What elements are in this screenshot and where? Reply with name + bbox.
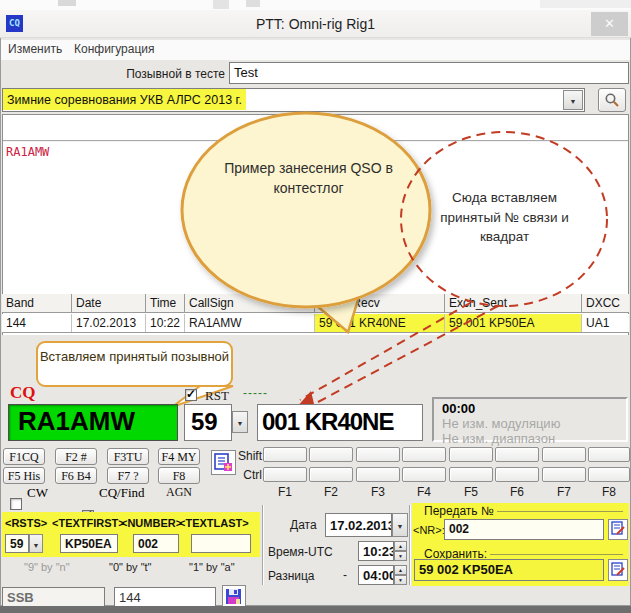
- nine-by-n-label: "9" by "n": [24, 561, 70, 573]
- ctrl-f4-button[interactable]: [402, 467, 446, 482]
- group-line: [490, 554, 623, 555]
- shift-f8-button[interactable]: [588, 447, 630, 462]
- cw-checkbox[interactable]: [10, 498, 22, 510]
- diff-input[interactable]: 04:00: [358, 565, 394, 585]
- cell-exch-recv: 59 001 KR40NE: [315, 314, 445, 332]
- cell-time: 10:22: [146, 314, 185, 332]
- nr-label: <NR>:: [413, 524, 445, 536]
- menu-item-config[interactable]: Конфигурация: [74, 42, 155, 56]
- ctrl-f7-button[interactable]: [542, 467, 586, 482]
- fn-label: F2: [309, 485, 353, 499]
- ctrl-f3-button[interactable]: [356, 467, 400, 482]
- shift-f7-button[interactable]: [542, 447, 586, 462]
- ctrl-label: Ctrl: [228, 468, 262, 482]
- f1cq-button[interactable]: F1CQ: [3, 448, 45, 465]
- date-input[interactable]: 17.02.2013: [325, 513, 392, 537]
- diff-spinner[interactable]: ▲▼: [394, 565, 407, 585]
- shift-f3-button[interactable]: [356, 447, 400, 462]
- log-table-header: Band Date Time CallSign Exch_Recv Exch_S…: [2, 294, 629, 313]
- f8agn-button[interactable]: F8 AGN: [158, 467, 200, 484]
- date-label: Дата: [290, 518, 317, 532]
- column-header[interactable]: Exch_Sent: [445, 294, 582, 313]
- f3tu-button[interactable]: F3TU: [107, 448, 149, 465]
- ctrl-f1-button[interactable]: [263, 467, 307, 482]
- nr-input[interactable]: 002: [444, 519, 604, 540]
- column-header[interactable]: Time: [146, 294, 185, 313]
- cell-date: 17.02.2013: [72, 314, 146, 332]
- fn-label: F5: [449, 485, 493, 499]
- status-band: Не изм. диаппазон: [442, 431, 618, 446]
- shift-f5-button[interactable]: [449, 447, 493, 462]
- edit-note-icon: [611, 562, 625, 577]
- divider: [262, 505, 264, 585]
- window-title: PTT: Omni-rig Rig1: [0, 16, 631, 32]
- rsts-dropdown-icon[interactable]: ▼: [29, 534, 43, 553]
- ctrl-f2-button[interactable]: [309, 467, 353, 482]
- f2-button[interactable]: F2 #: [55, 448, 97, 465]
- f6b4-button[interactable]: F6 B4: [55, 467, 97, 484]
- shift-f2-button[interactable]: [309, 447, 353, 462]
- callsign-input[interactable]: RA1AMW: [8, 404, 178, 441]
- rst-checkbox[interactable]: [185, 389, 197, 401]
- bubble-insert-text: Сюда вставляем принятый № связи и квадра…: [428, 188, 581, 247]
- column-header[interactable]: CallSign: [185, 294, 315, 313]
- fn-label: F4: [402, 485, 446, 499]
- mode-field[interactable]: SSB: [2, 587, 105, 608]
- search-contest-button[interactable]: [598, 88, 626, 112]
- menu-item-edit[interactable]: Изменить: [8, 42, 62, 56]
- rst-dropdown-icon[interactable]: ▼: [232, 411, 248, 433]
- utc-input[interactable]: 10:23: [358, 541, 394, 561]
- search-icon: [604, 92, 620, 108]
- diff-label: Разница: [268, 569, 315, 583]
- save-icon: [225, 588, 243, 606]
- table-row[interactable]: 144 17.02.2013 10:22 RA1AMW 59 001 KR40N…: [2, 314, 629, 333]
- f5his-button[interactable]: F5 His: [3, 467, 45, 484]
- save-exchange-button[interactable]: [608, 559, 628, 581]
- edit-note-icon: [611, 521, 625, 536]
- number-input[interactable]: 002: [133, 534, 179, 553]
- screenshot-root: CQ PTT: Omni-rig Rig1 ✕ Изменить Конфигу…: [0, 0, 631, 613]
- rst-input[interactable]: 59: [184, 404, 232, 441]
- log-preview-callsign: RA1AMW: [6, 145, 49, 159]
- shift-f4-button[interactable]: [402, 447, 446, 462]
- fn-label: F7: [542, 485, 586, 499]
- utc-spinner[interactable]: ▲▼: [394, 541, 407, 561]
- test-callsign-input[interactable]: Test: [229, 62, 629, 84]
- cell-dxcc: UA1: [582, 314, 629, 332]
- ctrl-f5-button[interactable]: [449, 467, 493, 482]
- shift-f1-button[interactable]: [263, 447, 307, 462]
- rsts-select[interactable]: 59: [5, 534, 29, 553]
- textlast-input[interactable]: [191, 534, 251, 553]
- exchange-input[interactable]: 001 KR40NE: [257, 404, 423, 441]
- f7-button[interactable]: F7 ?: [107, 467, 149, 484]
- background-window-fragment: [246, 0, 260, 7]
- contest-combobox[interactable]: Зимние соревнования УКВ АЛРС 2013 г.: [2, 88, 585, 112]
- band-field[interactable]: 144: [114, 587, 216, 608]
- cell-band: 144: [2, 314, 72, 332]
- qso-timer: 00:00: [442, 401, 618, 416]
- send-nr-button[interactable]: [608, 519, 628, 540]
- column-header[interactable]: Date: [72, 294, 146, 313]
- column-header[interactable]: Band: [2, 294, 72, 313]
- ctrl-f8-button[interactable]: [588, 467, 630, 482]
- textfirst-input[interactable]: KP50EA: [60, 534, 118, 553]
- rig-status-panel: 00:00 Не изм. модуляцию Не изм. диаппазо…: [432, 397, 628, 442]
- diff-minus: -: [343, 568, 347, 582]
- column-header[interactable]: DXCC: [582, 294, 629, 313]
- f4my-button[interactable]: F4 MY: [158, 448, 200, 465]
- taskbar-strip: [0, 606, 631, 613]
- ctrl-f6-button[interactable]: [495, 467, 539, 482]
- date-dropdown-icon[interactable]: ▼: [392, 513, 408, 537]
- shift-f6-button[interactable]: [495, 447, 539, 462]
- contest-name: Зимние соревнования УКВ АЛРС 2013 г.: [3, 89, 246, 110]
- test-callsign-label: Позывной в тесте: [100, 67, 225, 81]
- close-icon[interactable]: ✕: [591, 12, 628, 36]
- textlast-header: <TEXTLAST>: [179, 517, 249, 529]
- save-input[interactable]: 59 002 KP50EA: [414, 559, 604, 581]
- shift-label: Shift: [228, 449, 262, 463]
- column-header[interactable]: Exch_Recv: [315, 294, 445, 313]
- cq-label: CQ: [10, 383, 36, 403]
- contest-dropdown-icon[interactable]: ▼: [563, 90, 583, 110]
- zero-by-t-label: "0" by "t": [109, 561, 152, 573]
- callout-callsign: Вставляем принятый позывной: [36, 341, 233, 387]
